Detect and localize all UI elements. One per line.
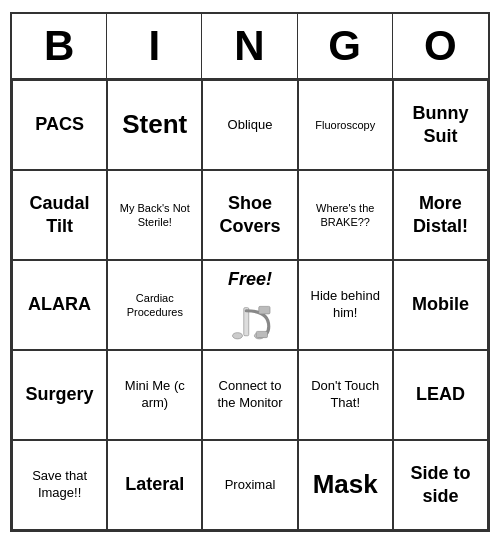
cell-text: Surgery (26, 383, 94, 406)
bingo-cell-8: Where's the BRAKE?? (298, 170, 393, 260)
bingo-cell-19: LEAD (393, 350, 488, 440)
cell-text: Stent (122, 108, 187, 142)
free-text: Free! (228, 268, 272, 291)
bingo-cell-15: Surgery (12, 350, 107, 440)
cell-text: More Distal! (400, 192, 481, 239)
cell-text: Mask (313, 468, 378, 502)
bingo-cell-21: Lateral (107, 440, 202, 530)
bingo-card: BINGO PACSStentObliqueFluoroscopyBunny S… (10, 12, 490, 532)
bingo-cell-9: More Distal! (393, 170, 488, 260)
cell-text: Caudal Tilt (19, 192, 100, 239)
cell-text: Bunny Suit (400, 102, 481, 149)
cell-text: Mobile (412, 293, 469, 316)
header-letter: I (107, 14, 202, 78)
cell-text: PACS (35, 113, 84, 136)
cell-text: Where's the BRAKE?? (305, 201, 386, 230)
bingo-cell-1: Stent (107, 80, 202, 170)
header-letter: B (12, 14, 107, 78)
bingo-cell-16: Mini Me (c arm) (107, 350, 202, 440)
bingo-cell-11: Cardiac Procedures (107, 260, 202, 350)
cell-text: Side to side (400, 462, 481, 509)
cell-text: Proximal (225, 477, 276, 494)
cell-text: Don't Touch That! (305, 378, 386, 412)
bingo-cell-7: Shoe Covers (202, 170, 297, 260)
svg-point-0 (232, 332, 242, 338)
cell-text: Fluoroscopy (315, 118, 375, 132)
bingo-cell-17: Connect to the Monitor (202, 350, 297, 440)
cell-text: Connect to the Monitor (209, 378, 290, 412)
cell-text: Shoe Covers (209, 192, 290, 239)
cell-text: LEAD (416, 383, 465, 406)
svg-rect-3 (259, 306, 270, 314)
bingo-cell-24: Side to side (393, 440, 488, 530)
header-letter: O (393, 14, 488, 78)
bingo-cell-3: Fluoroscopy (298, 80, 393, 170)
bingo-cell-18: Don't Touch That! (298, 350, 393, 440)
cell-text: Mini Me (c arm) (114, 378, 195, 412)
cell-text: Cardiac Procedures (114, 291, 195, 320)
bingo-cell-20: Save that Image!! (12, 440, 107, 530)
bingo-cell-22: Proximal (202, 440, 297, 530)
cell-text: ALARA (28, 293, 91, 316)
cell-text: My Back's Not Sterile! (114, 201, 195, 230)
bingo-cell-23: Mask (298, 440, 393, 530)
bingo-cell-14: Mobile (393, 260, 488, 350)
bingo-cell-10: ALARA (12, 260, 107, 350)
cell-text: Save that Image!! (19, 468, 100, 502)
bingo-cell-13: Hide behind him! (298, 260, 393, 350)
bingo-cell-12: Free! (202, 260, 297, 350)
bingo-grid: PACSStentObliqueFluoroscopyBunny SuitCau… (12, 80, 488, 530)
cell-text: Oblique (228, 117, 273, 134)
bingo-cell-5: Caudal Tilt (12, 170, 107, 260)
bingo-header: BINGO (12, 14, 488, 80)
cell-text: Hide behind him! (305, 288, 386, 322)
bingo-cell-0: PACS (12, 80, 107, 170)
header-letter: N (202, 14, 297, 78)
svg-rect-4 (256, 331, 267, 337)
bingo-cell-4: Bunny Suit (393, 80, 488, 170)
header-letter: G (298, 14, 393, 78)
cell-text: Lateral (125, 473, 184, 496)
bingo-cell-6: My Back's Not Sterile! (107, 170, 202, 260)
bingo-cell-2: Oblique (202, 80, 297, 170)
